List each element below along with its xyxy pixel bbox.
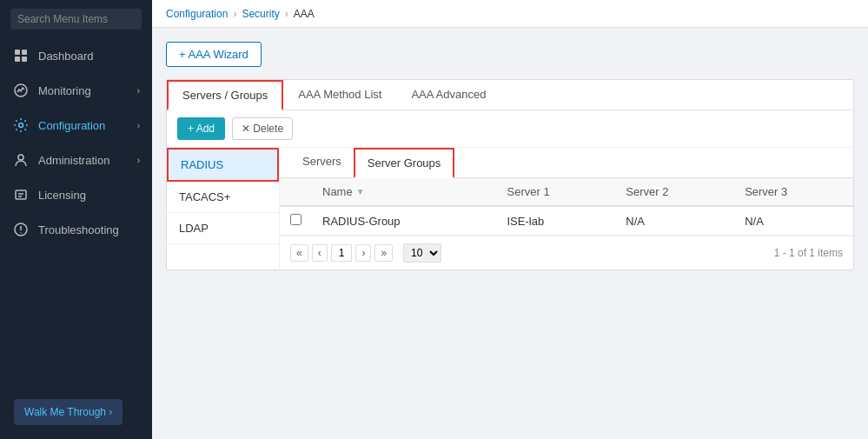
walk-me-through-button[interactable]: Walk Me Through › (14, 399, 123, 425)
pag-last-button[interactable]: » (374, 244, 393, 262)
dashboard-icon (12, 47, 30, 64)
tab-servers-groups[interactable]: Servers / Groups (167, 80, 283, 110)
chevron-right-icon: › (137, 86, 140, 96)
sidebar-item-label: Administration (38, 154, 109, 167)
sidebar-item-administration[interactable]: Administration › (0, 143, 152, 177)
tab-method-list[interactable]: AAA Method List (283, 80, 396, 110)
licensing-icon (12, 186, 30, 203)
add-button[interactable]: + Add (177, 117, 225, 140)
panel-body: RADIUS TACACS+ LDAP Servers Server Group… (167, 148, 853, 269)
col-name-label: Name (322, 185, 353, 198)
svg-rect-7 (16, 190, 26, 199)
sidebar-item-dashboard[interactable]: Dashboard (0, 38, 152, 73)
sidebar-search-container (0, 0, 152, 38)
pag-next-button[interactable]: › (355, 244, 371, 262)
breadcrumb-security[interactable]: Security (242, 8, 279, 20)
svg-point-9 (20, 232, 21, 233)
content-area: + AAA Wizard Servers / Groups AAA Method… (152, 28, 868, 439)
aaa-wizard-button[interactable]: + AAA Wizard (166, 42, 262, 67)
sidebar-item-label: Dashboard (38, 50, 94, 63)
left-nav-radius[interactable]: RADIUS (167, 148, 279, 182)
top-tabs: Servers / Groups AAA Method List AAA Adv… (167, 80, 853, 110)
svg-point-6 (18, 155, 23, 160)
pagination-info: 1 - 1 of 1 items (774, 247, 843, 259)
th-name: Name ▼ (312, 178, 496, 206)
th-server1: Server 1 (496, 178, 615, 206)
sidebar: Dashboard Monitoring › Configuration › A… (0, 0, 152, 439)
svg-point-5 (19, 123, 23, 128)
breadcrumb-current: AAA (294, 8, 315, 20)
sidebar-item-troubleshooting[interactable]: Troubleshooting (0, 212, 152, 247)
row-name: RADIUS-Group (312, 206, 496, 236)
filter-icon[interactable]: ▼ (356, 187, 365, 196)
pagination: « ‹ 1 › » 10 25 50 1 - 1 of 1 items (280, 236, 853, 269)
breadcrumb-sep2: › (285, 8, 288, 20)
configuration-icon (12, 116, 30, 134)
sidebar-item-label: Licensing (38, 189, 86, 202)
sidebar-item-label: Configuration (38, 119, 105, 132)
breadcrumb-configuration[interactable]: Configuration (166, 8, 228, 20)
table-container: Name ▼ Server 1 Server 2 Server 3 (280, 178, 853, 236)
pag-first-button[interactable]: « (290, 244, 308, 262)
inner-tabs: Servers Server Groups (280, 148, 853, 178)
tab-advanced[interactable]: AAA Advanced (396, 80, 500, 110)
main-content: Configuration › Security › AAA + AAA Wiz… (152, 0, 868, 439)
chevron-right-icon: › (137, 156, 140, 165)
tab-server-groups[interactable]: Server Groups (354, 148, 455, 178)
svg-rect-0 (15, 50, 20, 55)
right-content: Servers Server Groups Name (280, 148, 853, 269)
row-checkbox[interactable] (290, 214, 301, 225)
sidebar-item-monitoring[interactable]: Monitoring › (0, 73, 152, 108)
breadcrumb-sep1: › (233, 8, 236, 20)
th-checkbox (280, 178, 312, 206)
th-server2: Server 2 (615, 178, 734, 206)
row-server2: N/A (615, 206, 734, 236)
troubleshooting-icon (12, 221, 30, 238)
left-nav-tacacs[interactable]: TACACS+ (167, 182, 279, 213)
administration-icon (12, 151, 30, 169)
table-header-row: Name ▼ Server 1 Server 2 Server 3 (280, 178, 853, 206)
svg-rect-3 (22, 57, 27, 62)
th-server3: Server 3 (734, 178, 853, 206)
data-table: Name ▼ Server 1 Server 2 Server 3 (280, 178, 853, 236)
left-nav: RADIUS TACACS+ LDAP (167, 148, 280, 269)
breadcrumb: Configuration › Security › AAA (152, 0, 868, 28)
table-row: RADIUS-Group ISE-lab N/A N/A (280, 206, 853, 236)
panel-toolbar: + Add ✕ Delete (167, 110, 853, 148)
tab-servers[interactable]: Servers (290, 148, 354, 177)
pag-prev-button[interactable]: ‹ (312, 244, 328, 262)
svg-rect-2 (15, 57, 20, 62)
main-panel: Servers / Groups AAA Method List AAA Adv… (166, 79, 854, 270)
sidebar-item-licensing[interactable]: Licensing (0, 177, 152, 212)
search-input[interactable] (10, 9, 142, 30)
monitoring-icon (12, 82, 30, 99)
sidebar-item-configuration[interactable]: Configuration › (0, 108, 152, 143)
delete-button[interactable]: ✕ Delete (232, 117, 293, 140)
row-server3: N/A (734, 206, 853, 236)
chevron-right-icon: › (137, 121, 140, 130)
left-nav-ldap[interactable]: LDAP (167, 213, 279, 244)
sidebar-item-label: Monitoring (38, 84, 91, 97)
per-page-select[interactable]: 10 25 50 (403, 243, 441, 263)
svg-rect-1 (22, 50, 27, 55)
pag-current-page: 1 (331, 244, 353, 262)
row-checkbox-cell (280, 206, 312, 236)
table-body: RADIUS-Group ISE-lab N/A N/A (280, 206, 853, 236)
walk-me-through-container: Walk Me Through › (0, 385, 152, 439)
sidebar-item-label: Troubleshooting (38, 223, 119, 236)
row-server1: ISE-lab (496, 206, 615, 236)
